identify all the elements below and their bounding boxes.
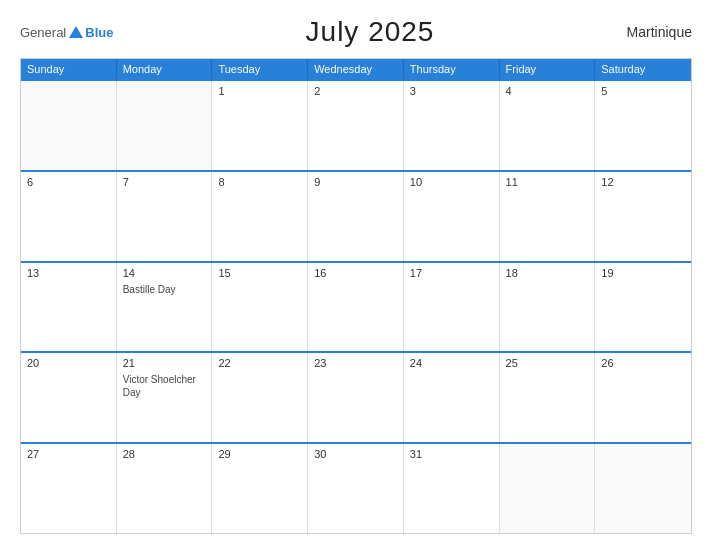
day-cell-1-7: 5 (595, 81, 691, 170)
day-cell-5-6 (500, 444, 596, 533)
day-number: 21 (123, 357, 206, 369)
day-number: 11 (506, 176, 589, 188)
day-number: 25 (506, 357, 589, 369)
day-cell-2-7: 12 (595, 172, 691, 261)
day-number: 30 (314, 448, 397, 460)
week-row-3: 1314Bastille Day1516171819 (21, 261, 691, 352)
day-number: 13 (27, 267, 110, 279)
day-cell-4-5: 24 (404, 353, 500, 442)
day-number: 9 (314, 176, 397, 188)
day-cell-4-6: 25 (500, 353, 596, 442)
day-cell-3-7: 19 (595, 263, 691, 352)
day-cell-2-2: 7 (117, 172, 213, 261)
calendar-header: General Blue July 2025 Martinique (20, 16, 692, 48)
day-number: 24 (410, 357, 493, 369)
day-number: 26 (601, 357, 685, 369)
day-cell-5-2: 28 (117, 444, 213, 533)
day-number: 1 (218, 85, 301, 97)
day-number: 19 (601, 267, 685, 279)
day-number: 18 (506, 267, 589, 279)
day-number: 27 (27, 448, 110, 460)
event-label: Victor Shoelcher Day (123, 373, 206, 399)
day-number: 14 (123, 267, 206, 279)
day-cell-2-5: 10 (404, 172, 500, 261)
day-number: 16 (314, 267, 397, 279)
day-cell-3-6: 18 (500, 263, 596, 352)
day-cell-2-1: 6 (21, 172, 117, 261)
event-label: Bastille Day (123, 283, 206, 296)
logo-triangle-icon (69, 26, 83, 38)
day-cell-5-7 (595, 444, 691, 533)
day-number: 29 (218, 448, 301, 460)
logo: General Blue (20, 25, 113, 40)
day-number: 2 (314, 85, 397, 97)
day-number: 20 (27, 357, 110, 369)
day-number: 23 (314, 357, 397, 369)
day-number: 12 (601, 176, 685, 188)
day-number: 28 (123, 448, 206, 460)
day-cell-5-4: 30 (308, 444, 404, 533)
day-number: 31 (410, 448, 493, 460)
day-number: 10 (410, 176, 493, 188)
header-sunday: Sunday (21, 59, 117, 79)
logo-general: General (20, 25, 66, 40)
day-cell-4-2: 21Victor Shoelcher Day (117, 353, 213, 442)
day-cell-2-3: 8 (212, 172, 308, 261)
day-cell-3-2: 14Bastille Day (117, 263, 213, 352)
day-cell-3-1: 13 (21, 263, 117, 352)
day-cell-4-7: 26 (595, 353, 691, 442)
header-wednesday: Wednesday (308, 59, 404, 79)
day-cell-1-5: 3 (404, 81, 500, 170)
week-row-5: 2728293031 (21, 442, 691, 533)
day-cell-2-6: 11 (500, 172, 596, 261)
day-cell-5-1: 27 (21, 444, 117, 533)
region-label: Martinique (627, 24, 692, 40)
header-monday: Monday (117, 59, 213, 79)
day-cell-4-4: 23 (308, 353, 404, 442)
day-cell-3-5: 17 (404, 263, 500, 352)
logo-blue: Blue (85, 25, 113, 40)
day-number: 15 (218, 267, 301, 279)
header-tuesday: Tuesday (212, 59, 308, 79)
calendar-weeks: 1234567891011121314Bastille Day151617181… (21, 79, 691, 533)
day-number: 22 (218, 357, 301, 369)
day-cell-3-3: 15 (212, 263, 308, 352)
week-row-2: 6789101112 (21, 170, 691, 261)
day-number: 17 (410, 267, 493, 279)
day-number: 8 (218, 176, 301, 188)
day-cell-1-2 (117, 81, 213, 170)
header-saturday: Saturday (595, 59, 691, 79)
day-cell-4-3: 22 (212, 353, 308, 442)
day-cell-1-4: 2 (308, 81, 404, 170)
day-number: 4 (506, 85, 589, 97)
day-headers-row: Sunday Monday Tuesday Wednesday Thursday… (21, 59, 691, 79)
header-thursday: Thursday (404, 59, 500, 79)
day-cell-1-3: 1 (212, 81, 308, 170)
calendar: Sunday Monday Tuesday Wednesday Thursday… (20, 58, 692, 534)
week-row-4: 2021Victor Shoelcher Day2223242526 (21, 351, 691, 442)
calendar-title: July 2025 (306, 16, 435, 48)
day-cell-5-3: 29 (212, 444, 308, 533)
day-number: 6 (27, 176, 110, 188)
day-cell-1-6: 4 (500, 81, 596, 170)
day-cell-4-1: 20 (21, 353, 117, 442)
day-cell-2-4: 9 (308, 172, 404, 261)
day-number: 7 (123, 176, 206, 188)
day-cell-3-4: 16 (308, 263, 404, 352)
header-friday: Friday (500, 59, 596, 79)
day-number: 3 (410, 85, 493, 97)
day-cell-1-1 (21, 81, 117, 170)
week-row-1: 12345 (21, 79, 691, 170)
day-cell-5-5: 31 (404, 444, 500, 533)
day-number: 5 (601, 85, 685, 97)
